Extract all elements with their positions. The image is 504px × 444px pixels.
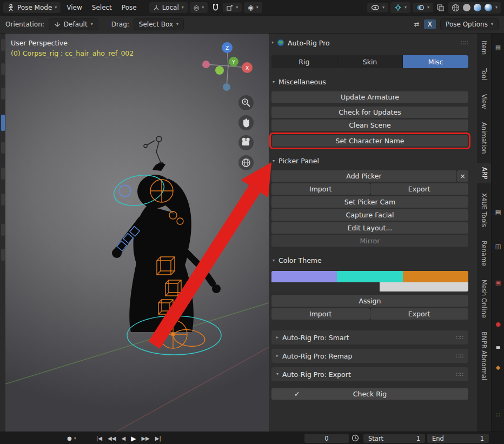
edit-layout-button[interactable]: Edit Layout... [271,222,468,234]
set-character-name-button[interactable]: Set Character Name [272,135,468,147]
tool-button-partial[interactable] [1,88,5,100]
snap-magnet-toggle[interactable] [210,2,221,13]
addon-shelf-icon[interactable]: ● [492,321,504,327]
section-picker-panel[interactable]: ▾ Picker Panel [273,157,468,165]
drag-grip-icon[interactable]: ∷∷ [456,334,463,341]
viewport-3d[interactable]: Z Y X [5,34,269,432]
gizmos-selector[interactable]: ▾ [390,2,410,13]
frame-end-field[interactable]: End 1 [427,434,489,443]
addon-shelf-icon[interactable]: ≡ [492,344,504,350]
xray-toggle[interactable] [435,2,446,13]
frame-start-field[interactable]: Start 1 [363,434,425,443]
clean-scene-button[interactable]: Clean Scene [271,120,468,131]
add-picker-button[interactable]: Add Picker [271,170,456,182]
drag-dropdown[interactable]: Select Box ▾ [134,18,184,30]
sidebar-tab-arp[interactable]: ARP [477,163,491,183]
tool-button-partial[interactable] [1,63,5,75]
check-for-updates-button[interactable]: Check for Updates [271,107,468,118]
swatch-light[interactable] [380,282,468,291]
sidebar-tab-animation[interactable]: Animation [478,118,490,158]
overlays-selector[interactable]: ▾ [413,3,433,12]
record-button[interactable]: ● [67,435,72,441]
arp-panel-header[interactable]: ▾ Auto-Rig Pro ∷∷ [271,36,468,50]
shading-solid-button[interactable] [463,4,470,11]
sidebar-tab-mesh-online[interactable]: Mesh Online [478,276,490,322]
assign-button[interactable]: Assign [271,295,468,307]
check-rig-button[interactable]: ✓ Check Rig [271,388,468,400]
tool-button-partial[interactable] [1,224,5,236]
remap-subpanel-header[interactable]: ▸ Auto-Rig Pro: Remap ∷∷ [271,349,468,363]
picker-import-button[interactable]: Import [271,183,370,195]
transform-orientation-selector[interactable]: Local ▾ [149,2,188,13]
grid-view-button[interactable] [238,155,254,170]
sidebar-tab-item[interactable]: Item [478,37,490,58]
gizmo-neg-z-axis[interactable] [223,83,230,91]
drag-grip-icon[interactable]: ∷∷ [461,39,468,47]
pan-hand-button[interactable] [238,115,254,130]
addon-shelf-icon[interactable]: ∷ [492,412,504,418]
gizmo-y-ball[interactable] [215,66,224,75]
current-frame-field[interactable]: 0 [304,434,349,443]
capture-facial-button[interactable]: Capture Facial [271,209,468,221]
swatch-orange[interactable] [403,271,468,282]
sidebar-tab-x4ue-tools[interactable]: X4UE Tools [478,189,490,231]
tool-button-partial[interactable] [1,194,5,206]
swatch-turquoise[interactable] [337,271,402,282]
tab-misc[interactable]: Misc [403,55,468,68]
viewport-canvas[interactable]: Z Y X [5,34,269,432]
section-color-theme[interactable]: ▾ Color Theme [273,256,468,264]
next-keyframe-button[interactable]: ▶▶ [141,435,149,441]
visibility-selector[interactable]: ▾ [367,3,388,12]
play-reverse-button[interactable]: ◀ [121,435,125,441]
picker-export-button[interactable]: Export [370,183,469,195]
addon-shelf-icon[interactable]: ▤ [492,209,504,215]
tool-button-partial[interactable] [1,142,5,154]
gizmo-neg-y-axis[interactable] [202,61,210,68]
section-miscellaneous[interactable]: ▾ Miscellaneous [273,78,468,86]
menu-view[interactable]: View [63,2,85,14]
mode-selector[interactable]: Pose Mode ▾ [3,2,61,13]
pivot-point-selector[interactable]: ◎ ▾ [190,2,208,13]
menu-select[interactable]: Select [88,2,116,14]
shading-rendered-button[interactable] [485,4,492,11]
navigation-gizmo[interactable]: Z Y X [202,42,253,91]
drag-grip-icon[interactable]: ∷∷ [456,353,463,360]
drag-grip-icon[interactable]: ∷∷ [456,371,463,378]
tab-rig[interactable]: Rig [271,55,337,68]
jump-to-start-button[interactable]: |◀ [96,435,102,441]
tool-button-partial[interactable] [1,249,5,261]
zoom-button[interactable] [238,95,254,110]
smart-subpanel-header[interactable]: ▸ Auto-Rig Pro: Smart ∷∷ [271,330,468,344]
play-button[interactable]: ▶ [131,435,136,442]
theme-export-button[interactable]: Export [370,308,469,320]
pose-options-dropdown[interactable]: Pose Options ▾ [440,18,499,30]
orientation-dropdown[interactable]: Default ▾ [49,18,98,30]
sidebar-tab-view[interactable]: View [478,90,490,112]
remove-picker-button[interactable]: × [457,170,468,182]
addon-shelf-icon[interactable]: ◆ [492,365,504,370]
swatch-dark[interactable] [271,282,380,291]
set-picker-cam-button[interactable]: Set Picker Cam [271,196,468,208]
sidebar-tab-tool[interactable]: Tool [478,64,490,84]
update-armature-button[interactable]: Update Armature [271,91,468,103]
addon-shelf-icon[interactable]: ◫ [492,243,504,249]
shading-wireframe-button[interactable] [452,4,460,12]
mirror-x-toggle[interactable]: X [424,19,436,29]
swatch-lavender[interactable] [271,271,337,282]
tool-button-partial[interactable] [1,168,5,180]
addon-shelf-icon[interactable]: ▦ [492,44,504,50]
snap-settings-selector[interactable]: ▾ [223,3,242,12]
proportional-edit-selector[interactable]: ◉ ▾ [244,2,262,13]
tab-skin[interactable]: Skin [337,55,403,68]
tool-button-active[interactable] [1,115,5,131]
addon-shelf-icon[interactable]: ▣ [492,280,504,286]
prev-keyframe-button[interactable]: ◀◀ [108,435,116,441]
theme-import-button[interactable]: Import [271,308,370,320]
export-subpanel-header[interactable]: ▾ Auto-Rig Pro: Export ∷∷ [271,367,468,381]
menu-pose[interactable]: Pose [118,2,141,14]
jump-to-end-button[interactable]: ▶| [155,435,161,441]
shading-material-button[interactable] [474,4,481,11]
camera-view-button[interactable] [238,135,254,150]
tool-button-partial[interactable] [1,39,5,51]
sidebar-tab-bnpr-abnormal[interactable]: BNPR Abnormal [478,328,490,385]
